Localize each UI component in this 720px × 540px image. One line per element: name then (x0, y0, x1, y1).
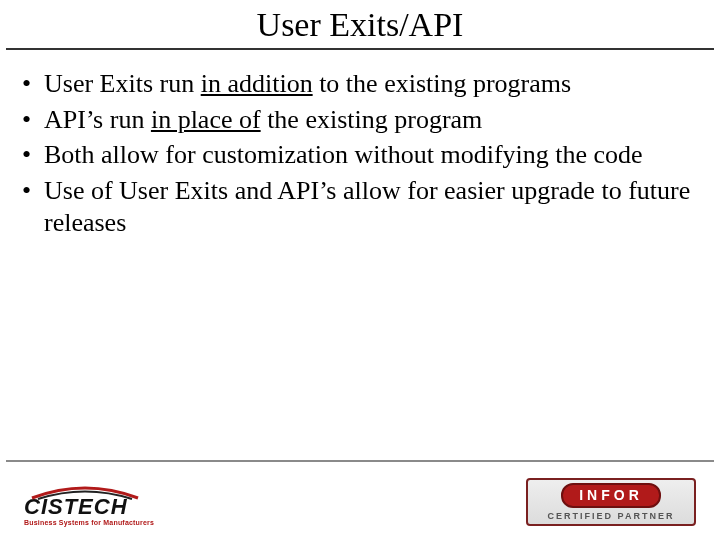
footer-divider (6, 460, 714, 462)
slide-title: User Exits/API (253, 6, 468, 46)
bullet-text-pre: User Exits run (44, 69, 201, 98)
bullet-item: Both allow for customization without mod… (18, 139, 702, 171)
infor-subtitle: CERTIFIED PARTNER (548, 511, 675, 521)
infor-brand: INFOR (561, 483, 661, 507)
bullet-list: User Exits run in addition to the existi… (18, 68, 702, 239)
content-area: User Exits run in addition to the existi… (0, 50, 720, 239)
cistech-logo: CISTECH Business Systems for Manufacture… (24, 484, 154, 526)
infor-badge: INFOR CERTIFIED PARTNER (526, 478, 696, 526)
bullet-text-pre: Use of User Exits and API’s allow for ea… (44, 176, 690, 237)
slide: User Exits/API User Exits run in additio… (0, 0, 720, 540)
bullet-text-underlined: in addition (201, 69, 313, 98)
footer: CISTECH Business Systems for Manufacture… (0, 470, 720, 540)
bullet-text-pre: API’s run (44, 105, 151, 134)
bullet-item: User Exits run in addition to the existi… (18, 68, 702, 100)
title-area: User Exits/API (0, 0, 720, 50)
bullet-text-pre: Both allow for customization without mod… (44, 140, 643, 169)
bullet-text-post: the existing program (261, 105, 483, 134)
cistech-arc-icon (30, 484, 140, 500)
bullet-text-underlined: in place of (151, 105, 261, 134)
cistech-tagline: Business Systems for Manufacturers (24, 519, 154, 526)
bullet-text-post: to the existing programs (313, 69, 572, 98)
bullet-item: Use of User Exits and API’s allow for ea… (18, 175, 702, 238)
bullet-item: API’s run in place of the existing progr… (18, 104, 702, 136)
